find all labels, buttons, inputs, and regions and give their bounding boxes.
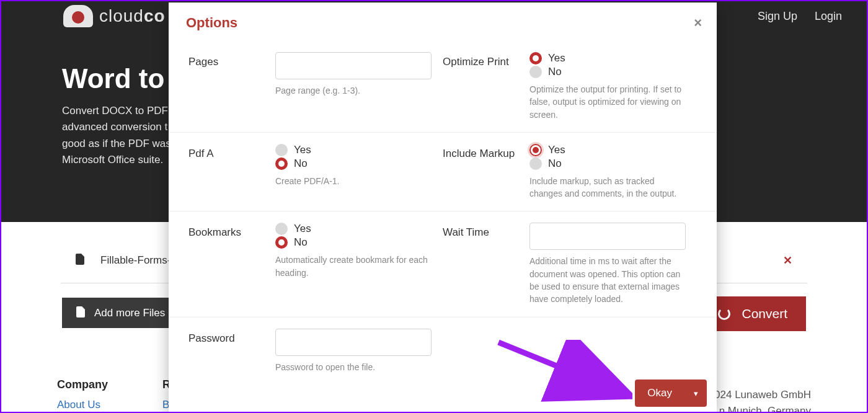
login-link[interactable]: Login xyxy=(815,10,842,23)
footer-company-heading: Company xyxy=(57,378,162,391)
pages-input[interactable] xyxy=(275,52,432,79)
password-input[interactable] xyxy=(275,329,432,356)
include-markup-yes-radio[interactable]: Yes xyxy=(529,144,691,156)
brand-text: cloudco xyxy=(99,6,166,26)
convert-label: Convert xyxy=(742,306,787,321)
okay-button[interactable]: Okay ▾ xyxy=(635,380,707,407)
include-markup-label: Include Markup xyxy=(443,144,529,200)
add-more-label: Add more Files xyxy=(94,307,165,319)
pdfa-help: Create PDF/A-1. xyxy=(275,175,430,187)
wait-time-label: Wait Time xyxy=(443,223,529,305)
chevron-down-icon: ▾ xyxy=(694,389,698,398)
pdfa-label: Pdf A xyxy=(188,144,275,200)
file-name: Fillable-Forms- xyxy=(100,254,170,267)
signup-link[interactable]: Sign Up xyxy=(758,10,797,23)
brand-logo[interactable]: cloudco xyxy=(63,5,166,27)
footer-copyright-l2: n Munich, Germany xyxy=(714,403,811,414)
bookmarks-yes-radio[interactable]: Yes xyxy=(275,223,436,235)
bookmarks-no-radio[interactable]: No xyxy=(275,236,436,249)
options-dialog: Options × Pages Page range (e.g. 1-3). O… xyxy=(169,2,717,413)
cloud-sync-icon xyxy=(63,5,93,27)
close-icon[interactable]: × xyxy=(694,15,702,31)
file-plus-icon xyxy=(76,306,86,319)
include-markup-no-radio[interactable]: No xyxy=(529,158,691,170)
optimize-print-no-radio[interactable]: No xyxy=(529,66,691,78)
optimize-print-yes-radio[interactable]: Yes xyxy=(529,52,691,64)
wait-time-help: Additional time in ms to wait after the … xyxy=(529,255,684,305)
bookmarks-label: Bookmarks xyxy=(188,223,275,305)
password-label: Password xyxy=(188,329,275,373)
header-nav: Sign Up Login xyxy=(758,10,842,23)
include-markup-help: Include markup, such as tracked changes … xyxy=(529,175,684,200)
refresh-icon xyxy=(718,308,730,320)
add-more-files-button[interactable]: Add more Files xyxy=(62,298,179,328)
optimize-print-help: Optimize the output for printing. If set… xyxy=(529,83,684,121)
document-icon xyxy=(76,254,86,268)
dialog-title: Options xyxy=(186,15,699,31)
pdfa-yes-radio[interactable]: Yes xyxy=(275,144,436,156)
pdfa-no-radio[interactable]: No xyxy=(275,158,436,170)
remove-file-button[interactable]: ✕ xyxy=(783,254,792,267)
wait-time-input[interactable] xyxy=(529,223,686,250)
pages-help: Page range (e.g. 1-3). xyxy=(275,84,430,97)
pages-label: Pages xyxy=(188,52,275,121)
optimize-print-label: Optimize Print xyxy=(443,52,529,121)
footer-about-link[interactable]: About Us xyxy=(57,399,100,411)
footer-copyright-l1: 024 Lunaweb GmbH xyxy=(714,387,811,403)
password-help: Password to open the file. xyxy=(275,361,430,373)
bookmarks-help: Automatically create bookmark for each h… xyxy=(275,254,430,279)
